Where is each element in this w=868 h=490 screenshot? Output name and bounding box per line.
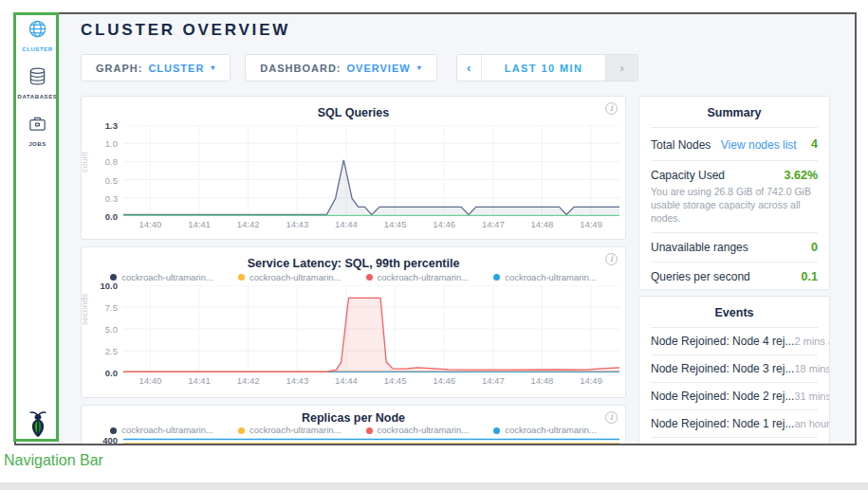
event-time: an hour ago [794, 418, 830, 429]
navigation-bar: CLUSTER DATABASES [16, 14, 60, 444]
x-axis-tick-label: 14:46 [425, 219, 463, 229]
sidebar-item-jobs[interactable]: JOBS [28, 114, 47, 147]
legend-item[interactable]: cockroach-ultramarin... [493, 426, 597, 435]
info-icon[interactable] [605, 411, 618, 424]
legend-item[interactable]: cockroach-ultramarin... [366, 426, 470, 435]
legend-item[interactable]: cockroach-ultramarin... [493, 272, 597, 282]
event-row[interactable]: Node Rejoined: Node 3 rej... 18 mins ago [651, 355, 818, 383]
y-axis-tick-label: 0.3 [89, 193, 118, 204]
x-axis-tick-label: 14:42 [230, 219, 268, 229]
y-axis-tick-label: 1.3 [89, 120, 118, 131]
legend-dot-icon [366, 274, 373, 281]
chart-title: SQL Queries [318, 106, 390, 119]
view-nodes-list-link[interactable]: View nodes list [721, 138, 797, 152]
time-range-prev-button[interactable]: ‹ [457, 55, 482, 81]
event-row[interactable]: Node Rejoined: Node 2 rej... 31 mins ago [651, 383, 818, 410]
service-latency-plot: seconds 0.02.55.07.510.014:4014:4114:421… [85, 285, 619, 388]
time-range-next-button[interactable]: › [605, 55, 637, 81]
event-row[interactable]: Node Rejoined: Node 1 rej... an hour ago [651, 410, 818, 438]
time-range-label[interactable]: LAST 10 MIN [482, 55, 606, 81]
x-axis-tick-label: 14:41 [180, 219, 218, 229]
capacity-subtext: You are using 26.8 GiB of 742.0 GiB usab… [651, 185, 818, 226]
event-text: Node Rejoined: Node 1 rej... [651, 417, 794, 430]
globe-icon [28, 19, 47, 43]
chart-title: Service Latency: SQL, 99th percentile [248, 257, 460, 270]
y-axis-tick-label: 400 [89, 435, 118, 444]
admin-ui-window: CLUSTER DATABASES [14, 12, 857, 445]
y-axis-tick-label: 1.0 [89, 138, 118, 149]
summary-row-value: 4 [811, 137, 818, 151]
chart-title: Replicas per Node [302, 411, 405, 425]
legend-dot-icon [238, 427, 245, 434]
page-title: CLUSTER OVERVIEW [81, 21, 855, 40]
sidebar-item-label: CLUSTER [22, 46, 53, 52]
event-text: Node Rejoined: Node 3 rej... [651, 362, 794, 375]
info-icon[interactable] [605, 102, 618, 115]
chart-legend: cockroach-ultramarin...cockroach-ultrama… [82, 272, 625, 282]
legend-label: cockroach-ultramarin... [378, 426, 470, 435]
x-axis-tick-label: 14:45 [377, 375, 415, 386]
controls-row: GRAPH: CLUSTER ▾ DASHBOARD: OVERVIEW ▾ ‹… [81, 54, 855, 82]
sidebar-item-label: JOBS [28, 141, 46, 147]
sidebar-item-cluster[interactable]: CLUSTER [22, 19, 53, 52]
dashboard-dropdown-label: DASHBOARD: [260, 63, 341, 74]
legend-item[interactable]: cockroach-ultramarin... [110, 272, 213, 282]
screenshot-stage: CLUSTER DATABASES [0, 0, 868, 490]
replicas-per-node-plot: 400 [85, 435, 619, 444]
summary-row-value: 0 [811, 241, 818, 254]
y-axis-tick-label: 2.5 [89, 346, 118, 356]
summary-row-capacity-used: Capacity Used 3.62% You are using 26.8 G… [651, 161, 818, 233]
event-text: Node Rejoined: Node 2 rej... [651, 390, 794, 403]
event-time: 2 mins ago [794, 336, 830, 347]
x-axis-tick-label: 14:49 [572, 219, 610, 229]
right-column: Summary Total Nodes View nodes list 4 Ca… [638, 96, 830, 444]
legend-label: cockroach-ultramarin... [121, 272, 213, 282]
chevron-down-icon: ▾ [211, 64, 215, 72]
y-axis-tick-label: 0.0 [89, 211, 118, 222]
event-row[interactable]: Node Rejoined: Node 4 rej... 2 mins ago [651, 328, 818, 355]
graph-dropdown[interactable]: GRAPH: CLUSTER ▾ [81, 54, 231, 82]
sql-queries-plot: count 0.00.30.50.81.01.314:4014:4114:421… [85, 125, 619, 231]
x-axis-tick-label: 14:41 [180, 375, 218, 386]
event-row[interactable]: Node Rejoined: Node 4 rej... an hour ago [651, 438, 818, 444]
legend-item[interactable]: cockroach-ultramarin... [366, 272, 470, 282]
sql-queries-chart-card: SQL Queries count 0.00.30.50.81.01.314:4… [81, 96, 626, 240]
legend-item[interactable]: cockroach-ultramarin... [238, 426, 342, 435]
graph-dropdown-label: GRAPH: [96, 63, 142, 74]
x-axis-tick-label: 14:47 [474, 375, 512, 386]
charts-column: SQL Queries count 0.00.30.50.81.01.314:4… [81, 96, 626, 444]
x-axis-tick-label: 14:40 [131, 375, 169, 386]
cockroachdb-logo[interactable] [16, 409, 59, 438]
legend-item[interactable]: cockroach-ultramarin... [110, 426, 213, 435]
y-axis-tick-label: 5.0 [89, 324, 118, 335]
y-axis-unit: count [80, 152, 89, 172]
legend-dot-icon [110, 427, 117, 434]
sidebar-item-label: DATABASES [18, 94, 58, 100]
info-icon[interactable] [605, 253, 618, 265]
chevron-down-icon: ▾ [417, 64, 422, 72]
x-axis-tick-label: 14:49 [572, 375, 610, 386]
dashboard-dropdown[interactable]: DASHBOARD: OVERVIEW ▾ [245, 54, 436, 82]
summary-row-value: 0.1 [802, 270, 818, 283]
legend-item[interactable]: cockroach-ultramarin... [238, 272, 342, 282]
summary-row-total-nodes: Total Nodes View nodes list 4 [651, 128, 818, 161]
summary-row-label: Unavailable ranges [651, 241, 748, 254]
time-range-selector: ‹ LAST 10 MIN › [456, 54, 639, 82]
x-axis-tick-label: 14:46 [425, 375, 463, 386]
event-time: 31 mins ago [794, 390, 830, 402]
service-latency-svg [123, 285, 619, 372]
dashboard-dropdown-value: OVERVIEW [347, 63, 411, 74]
legend-dot-icon [493, 274, 500, 281]
events-title: Events [651, 297, 818, 328]
sidebar-item-databases[interactable]: DATABASES [18, 66, 58, 100]
summary-panel: Summary Total Nodes View nodes list 4 Ca… [638, 96, 830, 290]
sql-queries-svg [123, 125, 619, 216]
event-time: 18 mins ago [794, 363, 830, 374]
legend-label: cockroach-ultramarin... [505, 426, 597, 435]
bottom-strip [0, 482, 868, 490]
replicas-per-node-chart-card: Replicas per Node cockroach-ultramarin..… [81, 405, 626, 444]
x-axis-tick-label: 14:40 [131, 219, 169, 229]
summary-row-queries-per-second: Queries per second 0.1 [651, 263, 818, 290]
x-axis-tick-label: 14:48 [523, 375, 561, 386]
service-latency-chart-card: Service Latency: SQL, 99th percentile co… [81, 246, 626, 398]
